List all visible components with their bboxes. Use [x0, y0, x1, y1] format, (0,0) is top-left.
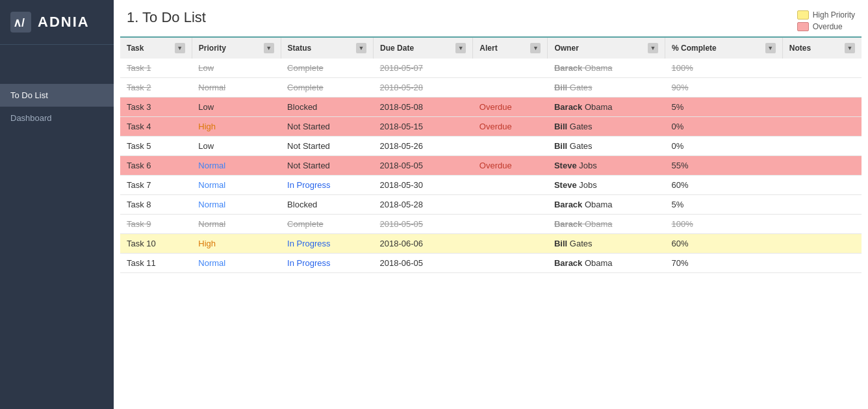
cell-status: In Progress: [281, 234, 373, 254]
table-row[interactable]: Task 9NormalComplete2018-05-05Barack Oba…: [120, 215, 862, 234]
cell-notes: [782, 78, 862, 98]
cell-task: Task 9: [120, 215, 192, 234]
cell-alert: Overdue: [473, 117, 548, 137]
cell-due-date: 2018-06-06: [374, 234, 473, 254]
legend-color-overdue: [797, 22, 809, 31]
cell-owner: Bill Gates: [548, 78, 665, 98]
table-row[interactable]: Task 11NormalIn Progress2018-06-05Barack…: [120, 254, 862, 273]
legend-item-high-priority: High Priority: [797, 10, 855, 20]
cell-due-date: 2018-06-05: [374, 254, 473, 273]
cell-status: Not Started: [281, 137, 373, 156]
cell-due-date: 2018-05-05: [374, 215, 473, 234]
table-row[interactable]: Task 2NormalComplete2018-05-28Bill Gates…: [120, 78, 862, 98]
cell-priority: High: [192, 234, 281, 254]
owner-first-name: Bill: [554, 239, 567, 248]
cell-alert: [473, 59, 548, 78]
cell-due-date: 2018-05-07: [374, 59, 473, 78]
sidebar-item-dashboard[interactable]: Dashboard: [0, 107, 114, 129]
sidebar-item-todo[interactable]: To Do List: [0, 84, 114, 107]
owner-first-name: Bill: [554, 122, 567, 131]
cell-owner: Barack Obama: [548, 215, 665, 234]
filter-status[interactable]: ▼: [356, 43, 366, 53]
cell-complete: 100%: [665, 59, 783, 78]
table-row[interactable]: Task 10HighIn Progress2018-06-06Bill Gat…: [120, 234, 862, 254]
table-wrap: Task ▼ Priority ▼ Status ▼: [114, 36, 868, 409]
table-header-row: Task ▼ Priority ▼ Status ▼: [120, 37, 862, 59]
cell-alert: [473, 176, 548, 195]
owner-first-name: Barack: [554, 63, 582, 73]
cell-owner: Bill Gates: [548, 137, 665, 156]
col-due-date: Due Date ▼: [374, 37, 473, 59]
filter-notes[interactable]: ▼: [845, 43, 855, 53]
cell-priority: Normal: [192, 195, 281, 215]
cell-notes: [782, 117, 862, 137]
cell-priority: Low: [192, 137, 281, 156]
cell-complete: 0%: [665, 137, 783, 156]
filter-due-date[interactable]: ▼: [455, 43, 466, 53]
filter-alert[interactable]: ▼: [530, 43, 541, 53]
cell-priority: Normal: [192, 176, 281, 195]
cell-owner: Steve Jobs: [548, 176, 665, 195]
owner-first-name: Barack: [554, 219, 582, 229]
cell-alert: [473, 78, 548, 98]
cell-complete: 5%: [665, 98, 783, 117]
table-row[interactable]: Task 1LowComplete2018-05-07Barack Obama1…: [120, 59, 862, 78]
table-row[interactable]: Task 3LowBlocked2018-05-08OverdueBarack …: [120, 98, 862, 117]
cell-due-date: 2018-05-28: [374, 78, 473, 98]
cell-alert: Overdue: [473, 98, 548, 117]
cell-alert: [473, 254, 548, 273]
table-row[interactable]: Task 5LowNot Started2018-05-26Bill Gates…: [120, 137, 862, 156]
cell-priority: Low: [192, 98, 281, 117]
cell-task: Task 7: [120, 176, 192, 195]
cell-due-date: 2018-05-30: [374, 176, 473, 195]
cell-owner: Barack Obama: [548, 98, 665, 117]
table-row[interactable]: Task 8NormalBlocked2018-05-28Barack Obam…: [120, 195, 862, 215]
owner-first-name: Steve: [554, 161, 577, 170]
cell-notes: [782, 176, 862, 195]
cell-status: Not Started: [281, 117, 373, 137]
table-row[interactable]: Task 4HighNot Started2018-05-15OverdueBi…: [120, 117, 862, 137]
cell-task: Task 2: [120, 78, 192, 98]
owner-first-name: Steve: [554, 180, 577, 190]
cell-notes: [782, 59, 862, 78]
cell-owner: Bill Gates: [548, 234, 665, 254]
cell-complete: 55%: [665, 156, 783, 176]
legend-label-high-priority: High Priority: [813, 10, 855, 20]
svg-text:∧/: ∧/: [13, 16, 25, 29]
cell-task: Task 6: [120, 156, 192, 176]
cell-task: Task 8: [120, 195, 192, 215]
cell-due-date: 2018-05-05: [374, 156, 473, 176]
cell-alert: [473, 215, 548, 234]
cell-priority: Normal: [192, 78, 281, 98]
cell-notes: [782, 234, 862, 254]
filter-complete[interactable]: ▼: [765, 43, 776, 53]
cell-status: Complete: [281, 78, 373, 98]
logo-area: ∧/ ADNIA: [0, 0, 114, 45]
cell-complete: 0%: [665, 117, 783, 137]
cell-task: Task 4: [120, 117, 192, 137]
cell-status: Blocked: [281, 195, 373, 215]
legend-color-high-priority: [797, 10, 809, 20]
col-priority: Priority ▼: [192, 37, 281, 59]
cell-notes: [782, 137, 862, 156]
sidebar-nav: To Do List Dashboard: [0, 45, 114, 409]
table-row[interactable]: Task 6NormalNot Started2018-05-05Overdue…: [120, 156, 862, 176]
cell-task: Task 5: [120, 137, 192, 156]
task-table: Task ▼ Priority ▼ Status ▼: [120, 36, 862, 273]
col-task: Task ▼: [120, 37, 192, 59]
filter-owner[interactable]: ▼: [648, 43, 658, 53]
cell-status: In Progress: [281, 254, 373, 273]
owner-first-name: Bill: [554, 141, 567, 151]
cell-status: In Progress: [281, 176, 373, 195]
cell-status: Complete: [281, 215, 373, 234]
cell-complete: 60%: [665, 176, 783, 195]
owner-first-name: Barack: [554, 258, 582, 268]
cell-status: Blocked: [281, 98, 373, 117]
filter-priority[interactable]: ▼: [264, 43, 274, 53]
adnia-logo-icon: ∧/: [10, 12, 31, 33]
cell-task: Task 1: [120, 59, 192, 78]
cell-complete: 60%: [665, 234, 783, 254]
table-row[interactable]: Task 7NormalIn Progress2018-05-30Steve J…: [120, 176, 862, 195]
cell-due-date: 2018-05-15: [374, 117, 473, 137]
filter-task[interactable]: ▼: [175, 43, 185, 53]
